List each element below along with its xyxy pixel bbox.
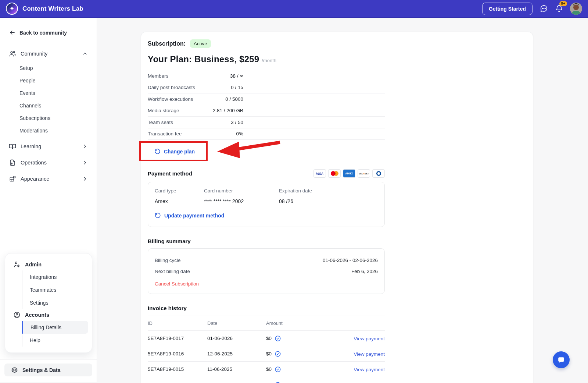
table-row: 5E7A8F19-0014 10-06-2025 $0 View payment (148, 377, 385, 383)
book-icon (9, 143, 16, 150)
layout-grid-icon (9, 175, 16, 182)
payment-method-heading: Payment method (148, 170, 192, 177)
invoice-amount: $0 (266, 366, 272, 372)
billing-summary-panel: Billing cycle 01-06-2026 - 02-06-2026 Ne… (148, 248, 385, 294)
sidebar: Back to community Community Setup People… (0, 18, 97, 382)
check-circle-icon (275, 382, 281, 383)
user-avatar[interactable] (570, 3, 582, 15)
mastercard-icon (328, 169, 341, 178)
chevron-right-icon (82, 143, 88, 149)
card-number-value: **** **** **** 2002 (204, 198, 279, 204)
expiration-date-value: 08 /26 (279, 198, 378, 204)
billing-row: Next billing date Feb 6, 2026 (155, 266, 378, 277)
sidebar-item-events[interactable]: Events (15, 87, 97, 99)
sidebar-item-accounts[interactable]: Accounts (9, 309, 88, 321)
sidebar-item-label: Community (21, 51, 47, 57)
date-column-header: Date (207, 320, 266, 326)
settings-and-data-button[interactable]: Settings & Data (4, 364, 92, 376)
invoice-history-heading: Invoice history (148, 305, 533, 311)
plan-period: /month (262, 58, 276, 63)
getting-started-button[interactable]: Getting Started (482, 3, 533, 15)
sidebar-item-label: Admin (25, 262, 42, 267)
sidebar-item-admin[interactable]: Admin (9, 259, 88, 270)
sidebar-item-setup[interactable]: Setup (15, 62, 97, 74)
expiration-date-header: Expiration date (279, 188, 378, 194)
card-type-value: Amex (155, 198, 204, 204)
metric-value: 0 / 15 (231, 85, 243, 90)
chevron-right-icon (82, 160, 88, 166)
accounts-submenu: Billing Details Help (22, 321, 88, 347)
metric-row: Transaction fee 0% (148, 128, 385, 140)
usage-metrics-list: Members 38 / ∞ Daily post broadcasts 0 /… (148, 70, 385, 140)
sidebar-item-teammates[interactable]: Teammates (22, 283, 88, 296)
diners-club-icon (372, 169, 385, 178)
card-type-header: Card type (155, 188, 204, 194)
back-to-community-label: Back to community (19, 30, 67, 36)
chat-launcher-button[interactable] (553, 351, 570, 368)
sidebar-item-people[interactable]: People (15, 74, 97, 87)
metric-value: 0 / 5000 (225, 96, 243, 102)
update-payment-method-button[interactable]: Update payment method (155, 212, 224, 219)
chat-icon[interactable] (539, 4, 548, 13)
payment-method-panel: Card type Card number Expiration date Am… (148, 182, 385, 227)
billing-row: Billing cycle 01-06-2026 - 02-06-2026 (155, 255, 378, 266)
view-payment-link[interactable]: View payment (354, 336, 385, 341)
metric-value: 2.81 / 200 GB (213, 108, 243, 113)
sidebar-item-billing-details[interactable]: Billing Details (22, 321, 88, 334)
table-row: 5E7A8F19-0015 11-06-2025 $0 View payment (148, 362, 385, 377)
sidebar-item-help[interactable]: Help (22, 334, 88, 347)
subscription-label: Subscription: (148, 40, 186, 47)
billing-cycle-value: 01-06-2026 - 02-06-2026 (323, 258, 378, 263)
view-payment-link[interactable]: View payment (354, 367, 385, 372)
sidebar-item-settings[interactable]: Settings (22, 296, 88, 309)
admin-panel: Admin Integrations Teammates Settings Ac… (5, 253, 92, 353)
id-column-header: ID (148, 320, 207, 326)
settings-and-data-label: Settings & Data (22, 367, 60, 373)
metric-label: Members (148, 73, 168, 79)
sidebar-item-operations[interactable]: Operations (0, 155, 97, 170)
speech-bubble-icon (557, 356, 565, 364)
gear-icon (11, 366, 18, 373)
amex-icon: AMEX (343, 169, 355, 178)
sidebar-item-subscriptions[interactable]: Subscriptions (15, 112, 97, 124)
invoice-table-header: ID Date Amount (148, 316, 385, 331)
invoice-id: 5E7A8F19-0015 (148, 366, 207, 372)
check-circle-icon (275, 351, 281, 357)
change-plan-button[interactable]: Change plan (154, 148, 195, 155)
metric-value: 3 / 50 (231, 120, 243, 125)
sidebar-item-integrations[interactable]: Integrations (22, 270, 88, 283)
table-row: 5E7A8F19-0017 01-06-2026 $0 View payment (148, 331, 385, 346)
sidebar-item-appearance[interactable]: Appearance (0, 171, 97, 186)
sidebar-item-moderations[interactable]: Moderations (15, 124, 97, 137)
next-billing-date-value: Feb 6, 2026 (351, 269, 378, 274)
invoice-date: 01-06-2026 (207, 336, 266, 341)
metric-row: Team seats 3 / 50 (148, 117, 385, 128)
visa-icon: VISA (313, 169, 326, 178)
sidebar-item-label: Learning (21, 143, 41, 149)
billing-summary-heading: Billing summary (148, 238, 533, 244)
invoice-date: 11-06-2025 (207, 366, 266, 372)
community-icon (9, 50, 16, 57)
notifications-bell-icon[interactable]: 9+ (555, 4, 563, 13)
brand-title: Content Writers Lab (22, 5, 83, 13)
discover-icon: DISCOVER (358, 169, 370, 178)
metric-row: Members 38 / ∞ (148, 70, 385, 82)
sidebar-item-channels[interactable]: Channels (15, 99, 97, 112)
chevron-up-icon (82, 51, 88, 57)
metric-value: 38 / ∞ (230, 73, 243, 79)
billing-cycle-label: Billing cycle (155, 258, 181, 263)
metric-label: Team seats (148, 120, 173, 125)
sidebar-item-label: Operations (21, 160, 47, 166)
sidebar-item-learning[interactable]: Learning (0, 139, 97, 154)
billing-details-card: Subscription: Active Your Plan: Business… (141, 32, 533, 383)
subscription-status-badge: Active (190, 39, 211, 48)
sidebar-item-community[interactable]: Community (0, 46, 97, 61)
metric-row: Daily post broadcasts 0 / 15 (148, 82, 385, 94)
user-gear-icon (13, 261, 21, 268)
metric-label: Daily post broadcasts (148, 85, 195, 90)
back-to-community-link[interactable]: Back to community (0, 29, 97, 36)
cancel-subscription-link[interactable]: Cancel Subscription (155, 281, 199, 287)
amount-column-header: Amount (266, 320, 318, 326)
view-payment-link[interactable]: View payment (354, 351, 385, 357)
card-number-header: Card number (204, 188, 279, 194)
